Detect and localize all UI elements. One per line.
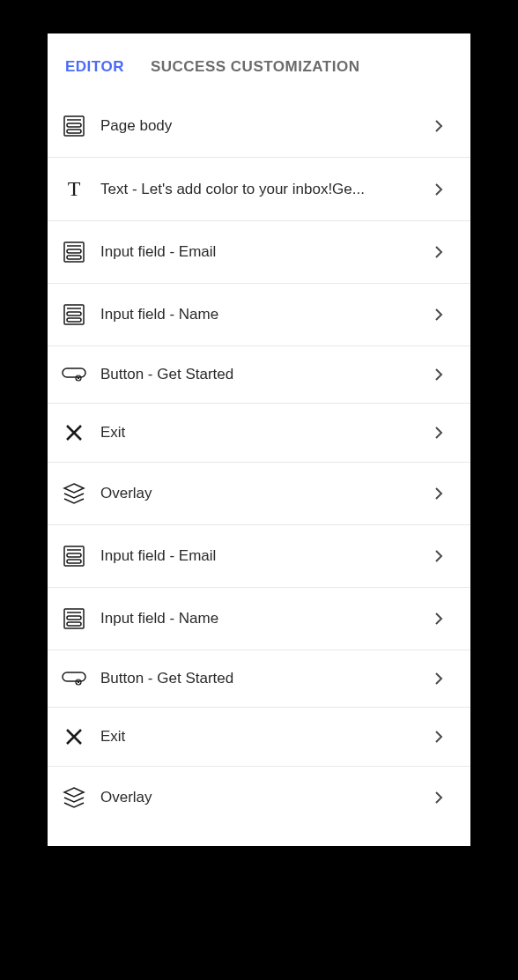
- item-label: Exit: [100, 424, 428, 442]
- list-item-button-get-started[interactable]: Button - Get Started: [48, 346, 470, 404]
- item-label: Input field - Email: [100, 547, 428, 565]
- item-label: Button - Get Started: [100, 670, 428, 687]
- item-label: Overlay: [100, 485, 428, 502]
- tab-editor[interactable]: EDITOR: [65, 58, 124, 76]
- list-item-button-get-started[interactable]: Button - Get Started: [48, 650, 470, 708]
- button-icon: [48, 671, 100, 687]
- item-label: Overlay: [100, 789, 428, 806]
- item-label: Page body: [100, 117, 428, 135]
- tabs: EDITOR SUCCESS CUSTOMIZATION: [48, 33, 470, 95]
- svg-rect-26: [67, 622, 81, 626]
- tab-success-customization[interactable]: SUCCESS CUSTOMIZATION: [151, 58, 360, 76]
- chevron-right-icon: [428, 791, 449, 805]
- item-label: Input field - Name: [100, 306, 428, 323]
- list-item-overlay[interactable]: Overlay: [48, 767, 470, 828]
- list-item-input-name[interactable]: Input field - Name: [48, 588, 470, 650]
- editor-panel: EDITOR SUCCESS CUSTOMIZATION Page body T: [48, 33, 470, 846]
- item-label: Exit: [100, 728, 428, 746]
- chevron-right-icon: [428, 612, 449, 626]
- chevron-right-icon: [428, 119, 449, 133]
- page-body-icon: [48, 115, 100, 137]
- chevron-right-icon: [428, 426, 449, 440]
- item-label: Input field - Email: [100, 243, 428, 261]
- svg-rect-3: [67, 130, 81, 133]
- chevron-right-icon: [428, 368, 449, 382]
- input-field-icon: [48, 303, 100, 326]
- list-item-exit[interactable]: Exit: [48, 708, 470, 767]
- svg-rect-22: [67, 560, 81, 563]
- button-icon: [48, 367, 100, 382]
- svg-marker-18: [64, 484, 84, 493]
- chevron-right-icon: [428, 182, 449, 197]
- svg-rect-12: [63, 368, 85, 377]
- item-label: Input field - Name: [100, 610, 428, 627]
- chevron-right-icon: [428, 486, 449, 501]
- svg-rect-27: [63, 672, 85, 681]
- close-icon: [48, 727, 100, 746]
- list-item-page-body[interactable]: Page body: [48, 95, 470, 158]
- svg-rect-2: [67, 123, 81, 127]
- layers-icon: [48, 482, 100, 505]
- svg-rect-7: [67, 256, 81, 259]
- svg-marker-33: [64, 788, 84, 797]
- svg-rect-21: [67, 553, 81, 557]
- input-field-icon: [48, 545, 100, 568]
- svg-rect-10: [67, 312, 81, 316]
- list-item-exit[interactable]: Exit: [48, 404, 470, 463]
- input-field-icon: [48, 607, 100, 630]
- close-icon: [48, 423, 100, 442]
- svg-rect-6: [67, 249, 81, 253]
- list-item-input-name[interactable]: Input field - Name: [48, 284, 470, 346]
- layers-icon: [48, 786, 100, 809]
- svg-rect-11: [67, 318, 81, 322]
- chevron-right-icon: [428, 730, 449, 744]
- text-icon: T: [48, 177, 100, 201]
- list-item-input-email[interactable]: Input field - Email: [48, 525, 470, 588]
- element-list: Page body T Text - Let's add color to yo…: [48, 95, 470, 846]
- chevron-right-icon: [428, 549, 449, 563]
- list-item-text[interactable]: T Text - Let's add color to your inbox!G…: [48, 158, 470, 221]
- svg-rect-25: [67, 616, 81, 620]
- item-label: Text - Let's add color to your inbox!Ge.…: [100, 181, 428, 198]
- input-field-icon: [48, 241, 100, 264]
- list-item-input-email[interactable]: Input field - Email: [48, 221, 470, 284]
- item-label: Button - Get Started: [100, 366, 428, 383]
- list-item-overlay[interactable]: Overlay: [48, 463, 470, 525]
- chevron-right-icon: [428, 245, 449, 259]
- chevron-right-icon: [428, 308, 449, 322]
- chevron-right-icon: [428, 672, 449, 686]
